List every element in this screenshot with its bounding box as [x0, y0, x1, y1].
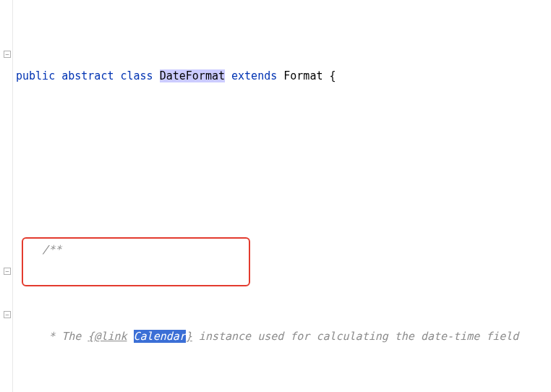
- fold-icon[interactable]: −: [4, 51, 11, 58]
- javadoc-link-close: }: [186, 330, 192, 343]
- javadoc-text: * The: [42, 330, 87, 343]
- javadoc-text: instance used for calculating the date-t…: [192, 330, 519, 343]
- space: [127, 330, 134, 343]
- keyword-class: class: [121, 69, 153, 82]
- gutter: − − −: [0, 0, 13, 392]
- keyword-extends: extends: [231, 69, 277, 82]
- code-line[interactable]: /**: [16, 239, 551, 260]
- brace-open: {: [330, 69, 336, 82]
- super-class-name: Format: [283, 69, 323, 82]
- keyword-abstract: abstract: [61, 69, 114, 82]
- code-editor[interactable]: public abstract class DateFormat extends…: [13, 0, 551, 392]
- fold-icon[interactable]: −: [4, 268, 11, 275]
- code-line[interactable]: * The {@link Calendar} instance used for…: [16, 325, 551, 347]
- javadoc-link-tag: {@link: [87, 330, 127, 343]
- class-name: DateFormat: [160, 69, 225, 82]
- javadoc-open: /**: [42, 243, 61, 256]
- code-line[interactable]: [16, 152, 551, 174]
- javadoc-link-target-selected: Calendar: [134, 330, 186, 343]
- keyword-public: public: [16, 69, 55, 82]
- fold-icon[interactable]: −: [4, 311, 11, 318]
- code-line[interactable]: public abstract class DateFormat extends…: [16, 65, 551, 87]
